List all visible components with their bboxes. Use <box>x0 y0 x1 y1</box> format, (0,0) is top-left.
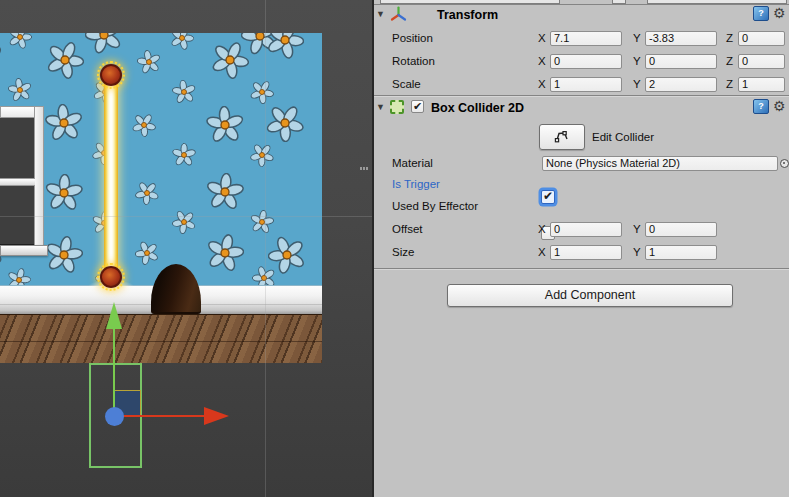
wallpaper-flower <box>266 104 304 142</box>
wallpaper-flower <box>211 41 249 79</box>
axis-y-label: Y <box>633 54 641 69</box>
wallpaper-flower <box>252 266 276 285</box>
wallpaper-flower <box>46 41 84 79</box>
fireball-top <box>100 64 122 86</box>
gizmo-y-axis-arrow[interactable] <box>106 302 122 329</box>
wood-floor <box>0 314 322 363</box>
wallpaper-flower <box>135 181 159 205</box>
panel-splitter-handle[interactable] <box>359 167 369 170</box>
axis-y-label: Y <box>633 77 641 92</box>
axis-z-label: Z <box>726 54 733 69</box>
wallpaper-flower <box>250 210 274 234</box>
size-x-field[interactable]: 1 <box>550 245 622 260</box>
gizmo-center-handle[interactable] <box>105 407 124 426</box>
wallpaper-flower <box>206 234 244 272</box>
edit-collider-button[interactable] <box>539 124 585 150</box>
scene-grid-line-vertical <box>265 0 266 497</box>
axis-x-label: X <box>538 54 546 69</box>
gear-icon[interactable]: ⚙ <box>773 6 786 20</box>
wallpaper-flower <box>0 39 3 77</box>
axis-x-label: X <box>538 77 546 92</box>
gizmo-x-axis-arrow[interactable] <box>204 407 229 425</box>
wallpaper-flower <box>8 33 32 49</box>
component-enabled-checkbox[interactable] <box>411 100 424 113</box>
foldout-arrow-icon[interactable]: ▼ <box>376 102 385 112</box>
transform-header-title[interactable]: Transform <box>437 8 498 22</box>
wallpaper-flower <box>172 143 196 167</box>
scale-z-field[interactable]: 1 <box>738 77 785 92</box>
axis-x-label: X <box>538 245 546 260</box>
is-trigger-checkbox[interactable] <box>541 190 555 204</box>
gizmo-x-axis-line <box>116 415 205 417</box>
is-trigger-label: Is Trigger <box>392 177 440 192</box>
material-object-field[interactable]: None (Physics Material 2D) <box>542 156 778 171</box>
scene-view[interactable] <box>0 0 372 497</box>
rotation-z-field[interactable]: 0 <box>738 54 785 69</box>
object-picker-icon[interactable] <box>780 159 789 168</box>
help-icon[interactable]: ? <box>753 99 769 114</box>
axis-x-label: X <box>538 31 546 46</box>
gear-icon[interactable]: ⚙ <box>773 99 786 113</box>
window-sill <box>0 245 48 256</box>
position-label: Position <box>392 31 433 46</box>
wallpaper-flower <box>250 143 274 167</box>
wallpaper-flower <box>45 104 83 142</box>
axis-y-label: Y <box>633 245 641 260</box>
scale-y-field[interactable]: 2 <box>645 77 717 92</box>
rotation-y-field[interactable]: 0 <box>645 54 717 69</box>
rotation-x-field[interactable]: 0 <box>550 54 622 69</box>
inspector-panel: ▼ Transform ? ⚙ Position X 7.1 Y -3.83 Z… <box>372 0 789 497</box>
axis-z-label: Z <box>726 31 733 46</box>
scale-x-field[interactable]: 1 <box>550 77 622 92</box>
wallpaper-flower <box>8 78 32 102</box>
offset-x-field[interactable]: 0 <box>550 222 622 237</box>
material-label: Material <box>392 156 433 171</box>
wallpaper-flower <box>170 33 194 50</box>
wallpaper-flower <box>7 268 31 285</box>
wallpaper-flower <box>172 80 196 104</box>
used-by-effector-label: Used By Effector <box>392 199 478 214</box>
window-pane-upper <box>0 117 35 178</box>
wallpaper-flower <box>85 33 123 54</box>
box-collider-2d-icon <box>390 100 404 114</box>
scale-label: Scale <box>392 77 421 92</box>
scene-grid-line-horizontal <box>0 216 372 217</box>
wallpaper-flower <box>206 173 244 211</box>
wallpaper-flower <box>135 241 159 265</box>
wallpaper-flower <box>206 106 244 144</box>
add-component-button[interactable]: Add Component <box>447 284 733 307</box>
component-separator-highlight <box>374 269 789 270</box>
transform-icon <box>390 6 407 23</box>
wallpaper-background <box>0 33 322 285</box>
wallpaper-flower <box>45 174 83 212</box>
axis-y-label: Y <box>633 31 641 46</box>
rotation-label: Rotation <box>392 54 435 69</box>
wallpaper-flower <box>132 113 156 137</box>
window-frame-right <box>34 106 44 247</box>
fireball-bottom <box>100 266 122 288</box>
wallpaper-flower <box>250 80 274 104</box>
position-y-field[interactable]: -3.83 <box>645 31 717 46</box>
wallpaper-flower <box>137 50 161 74</box>
position-z-field[interactable]: 0 <box>738 31 785 46</box>
offset-y-field[interactable]: 0 <box>645 222 717 237</box>
edit-collider-polygon-icon <box>553 129 571 145</box>
box-collider-2d-header-title[interactable]: Box Collider 2D <box>431 101 524 115</box>
axis-y-label: Y <box>633 222 641 237</box>
laser-beam-sprite[interactable] <box>104 78 118 280</box>
wallpaper-flower <box>172 210 196 234</box>
edit-collider-label: Edit Collider <box>592 130 654 145</box>
size-label: Size <box>392 245 414 260</box>
wallpaper-flower <box>266 33 304 59</box>
help-icon[interactable]: ? <box>753 6 769 21</box>
gizmo-y-axis-line <box>113 328 115 412</box>
component-separator-highlight <box>374 96 789 97</box>
size-y-field[interactable]: 1 <box>645 245 717 260</box>
offset-label: Offset <box>392 222 422 237</box>
foldout-arrow-icon[interactable]: ▼ <box>376 9 385 19</box>
component-separator <box>374 4 789 5</box>
window-crossbar <box>0 178 35 186</box>
unity-editor-window: ▼ Transform ? ⚙ Position X 7.1 Y -3.83 Z… <box>0 0 789 497</box>
axis-x-label: X <box>538 222 546 237</box>
position-x-field[interactable]: 7.1 <box>550 31 622 46</box>
